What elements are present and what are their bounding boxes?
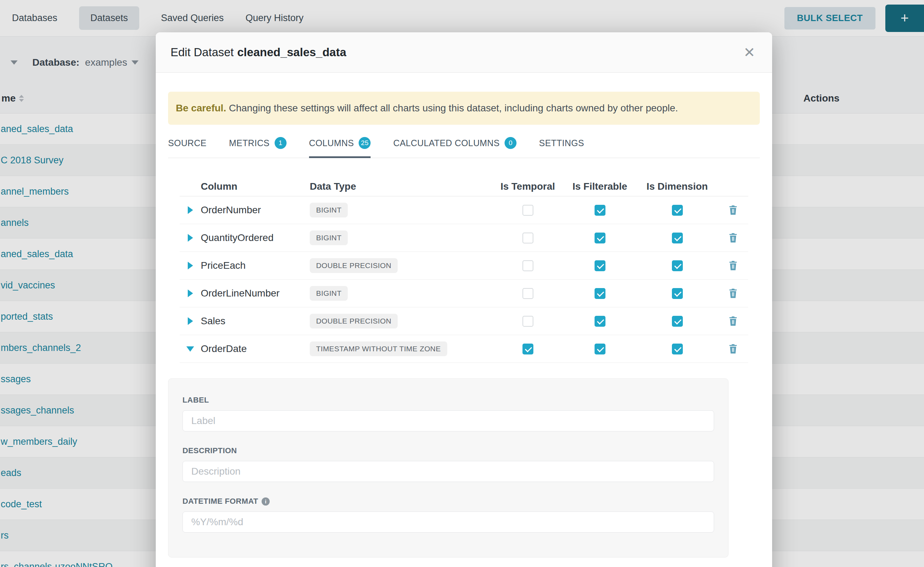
is-temporal-cell — [493, 232, 563, 243]
is-temporal-checkbox[interactable] — [522, 344, 533, 354]
is-filterable-cell — [563, 205, 637, 216]
delete-column-button[interactable] — [718, 232, 748, 243]
trash-icon — [728, 205, 738, 215]
is-dimension-checkbox[interactable] — [672, 205, 683, 216]
column-name: PriceEach — [201, 260, 310, 271]
tab-label: COLUMNS — [309, 138, 354, 148]
is-filterable-checkbox[interactable] — [594, 260, 605, 271]
is-temporal-cell — [493, 260, 563, 271]
delete-column-button[interactable] — [718, 316, 748, 326]
delete-column-button[interactable] — [718, 344, 748, 354]
is-temporal-cell — [493, 205, 563, 216]
tab-source[interactable]: SOURCE — [168, 128, 206, 158]
expand-caret-icon[interactable] — [180, 234, 201, 242]
data-type-cell: BIGINT — [310, 203, 493, 218]
is-filterable-checkbox[interactable] — [594, 288, 605, 299]
expand-caret-icon[interactable] — [180, 290, 201, 297]
is-filterable-cell — [563, 316, 637, 327]
is-temporal-cell — [493, 288, 563, 299]
data-type-header: Data Type — [310, 181, 493, 192]
tab-calculated-columns[interactable]: CALCULATED COLUMNS 0 — [393, 128, 516, 158]
tab-count-badge: 25 — [359, 137, 370, 149]
warning-text: Changing these settings will affect all … — [226, 103, 678, 114]
warning-banner: Be careful. Changing these settings will… — [168, 92, 760, 125]
trash-icon — [728, 316, 738, 326]
is-temporal-checkbox[interactable] — [522, 232, 533, 243]
is-dimension-cell — [637, 288, 718, 299]
expand-caret-icon[interactable] — [180, 317, 201, 325]
data-type-pill: BIGINT — [310, 286, 348, 301]
tab-count-badge: 1 — [275, 137, 287, 149]
is-dimension-checkbox[interactable] — [672, 260, 683, 271]
column-row: PriceEach DOUBLE PRECISION — [180, 252, 748, 280]
tab-label: CALCULATED COLUMNS — [393, 138, 500, 148]
is-filterable-checkbox[interactable] — [594, 344, 605, 354]
expand-caret-icon[interactable] — [180, 262, 201, 270]
data-type-cell: BIGINT — [310, 231, 493, 245]
modal-title-prefix: Edit Dataset — [170, 46, 234, 58]
is-dimension-checkbox[interactable] — [672, 316, 683, 327]
is-filterable-cell — [563, 232, 637, 243]
column-name: OrderLineNumber — [201, 288, 310, 299]
is-temporal-cell — [493, 316, 563, 327]
datetime-format-input[interactable] — [182, 512, 714, 532]
column-name: OrderNumber — [201, 204, 310, 216]
delete-column-button[interactable] — [718, 260, 748, 271]
columns-table: Column Data Type Is Temporal Is Filterab… — [180, 177, 748, 363]
column-row: Sales DOUBLE PRECISION — [180, 308, 748, 335]
column-row: QuantityOrdered BIGINT — [180, 224, 748, 252]
expand-caret-icon[interactable] — [180, 206, 201, 214]
tab-count-badge: 0 — [504, 137, 516, 149]
column-name: QuantityOrdered — [201, 232, 310, 243]
is-temporal-checkbox[interactable] — [522, 260, 533, 271]
is-filterable-checkbox[interactable] — [594, 205, 605, 216]
is-dimension-checkbox[interactable] — [672, 288, 683, 299]
data-type-pill: BIGINT — [310, 231, 348, 245]
is-filterable-checkbox[interactable] — [594, 316, 605, 327]
column-detail-panel: LABEL DESCRIPTION DATETIME FORMAT i — [168, 378, 728, 558]
is-dimension-checkbox[interactable] — [672, 232, 683, 243]
description-input[interactable] — [182, 461, 714, 482]
data-type-cell: TIMESTAMP WITHOUT TIME ZONE — [310, 342, 493, 356]
is-filterable-checkbox[interactable] — [594, 232, 605, 243]
is-dimension-cell — [637, 316, 718, 327]
field-label-text: LABEL — [182, 396, 209, 405]
data-type-pill: DOUBLE PRECISION — [310, 258, 398, 273]
delete-column-button[interactable] — [718, 288, 748, 298]
data-type-pill: BIGINT — [310, 203, 348, 218]
tab-label: SOURCE — [168, 138, 206, 148]
modal-body: Be careful. Changing these settings will… — [156, 73, 772, 558]
column-name: OrderDate — [201, 343, 310, 354]
is-dimension-cell — [637, 232, 718, 243]
delete-column-button[interactable] — [718, 205, 748, 215]
data-type-cell: DOUBLE PRECISION — [310, 314, 493, 328]
data-type-pill: DOUBLE PRECISION — [310, 314, 398, 328]
edit-dataset-modal: Edit Datasetcleaned_sales_data ✕ Be care… — [156, 32, 772, 567]
tab-settings[interactable]: SETTINGS — [539, 128, 584, 158]
modal-header: Edit Datasetcleaned_sales_data ✕ — [156, 32, 772, 73]
is-filterable-cell — [563, 288, 637, 299]
trash-icon — [728, 344, 738, 354]
column-name: Sales — [201, 315, 310, 327]
column-row: OrderNumber BIGINT — [180, 196, 748, 224]
label-input[interactable] — [182, 410, 714, 431]
is-temporal-cell — [493, 344, 563, 354]
column-row: OrderDate TIMESTAMP WITHOUT TIME ZONE — [180, 335, 748, 363]
is-dimension-cell — [637, 260, 718, 271]
tab-columns[interactable]: COLUMNS 25 — [309, 128, 371, 158]
is-temporal-checkbox[interactable] — [522, 316, 533, 327]
column-row: OrderLineNumber BIGINT — [180, 280, 748, 308]
collapse-caret-icon[interactable] — [180, 346, 201, 352]
is-temporal-checkbox[interactable] — [522, 288, 533, 299]
is-dimension-cell — [637, 344, 718, 354]
modal-tabs: SOURCE METRICS 1 COLUMNS 25 CALCULATED C… — [168, 128, 760, 158]
is-dimension-checkbox[interactable] — [672, 344, 683, 354]
trash-icon — [728, 260, 738, 271]
trash-icon — [728, 288, 738, 298]
tab-metrics[interactable]: METRICS 1 — [229, 128, 286, 158]
info-icon[interactable]: i — [262, 498, 270, 506]
is-dimension-cell — [637, 205, 718, 216]
is-temporal-checkbox[interactable] — [522, 205, 533, 216]
trash-icon — [728, 232, 738, 243]
close-icon[interactable]: ✕ — [741, 44, 757, 61]
